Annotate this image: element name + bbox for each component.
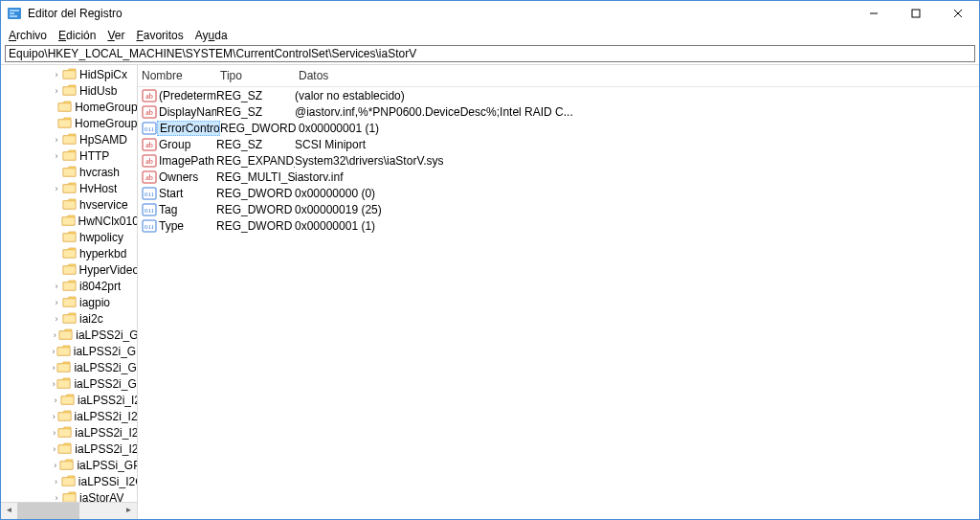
chevron-icon[interactable]: › [51,477,61,486]
tree-item[interactable]: ›iaLPSS2i_GPIO2_GLK [1,375,137,392]
svg-text:011: 011 [145,223,155,231]
address-input[interactable] [5,45,975,62]
tree-item-label: HvHost [79,182,117,195]
tree-item[interactable]: ›i8042prt [1,278,137,294]
svg-text:ab: ab [145,157,153,166]
scroll-thumb[interactable] [17,503,79,519]
titlebar[interactable]: Editor del Registro [1,1,979,26]
svg-text:011: 011 [145,191,155,198]
tree-item-label: hvcrash [79,166,120,179]
value-row[interactable]: 011TagREG_DWORD0x00000019 (25) [138,201,979,217]
value-type: REG_DWORD [216,219,295,233]
tree-item-label: iaLPSS2i_I2C_CNL [75,426,137,440]
tree-item-label: HpSAMD [79,133,127,147]
chevron-icon[interactable]: › [51,184,62,193]
chevron-icon[interactable]: › [51,282,62,291]
list-header: Nombre Tipo Datos [138,65,979,87]
value-row[interactable]: abGroupREG_SZSCSI Miniport [138,136,979,152]
value-data: 0x00000000 (0) [295,187,979,200]
chevron-icon[interactable]: › [51,314,62,324]
tree-item-label: iaLPSS2i_GPIO2 [76,328,137,342]
tree-item[interactable]: ›iaStorAV [1,489,137,502]
tree-item[interactable]: ›iai2c [1,310,137,327]
chevron-icon[interactable]: › [51,493,62,503]
chevron-icon[interactable]: › [51,86,62,96]
tree-item-label: iaLPSSi_I2C [78,475,137,488]
tree-scroll[interactable]: ›HidSpiCx›HidUsbHomeGroupListenerHomeGro… [1,65,137,502]
tree-item[interactable]: HwNClx0101 [1,213,137,229]
list-body[interactable]: ab(Predeterminado)REG_SZ(valor no establ… [138,87,979,519]
tree-item[interactable]: ›iaLPSS2i_GPIO2_CNL [1,359,137,375]
value-row[interactable]: abDisplayNameREG_SZ@iastorv.inf,%*PNP060… [138,103,979,120]
svg-rect-3 [10,15,17,17]
tree-item-label: hwpolicy [79,231,123,244]
chevron-icon[interactable]: › [51,135,62,145]
tree-item-label: iaLPSS2i_I2C_GLK [75,442,137,456]
tree-item-label: iaLPSS2i_I2C [78,394,137,407]
value-row[interactable]: abImagePathREG_EXPAND_SZSystem32\drivers… [138,152,979,169]
chevron-icon[interactable]: › [51,70,62,79]
maximize-button[interactable] [895,1,937,26]
menu-ayuda[interactable]: Ayuda [189,28,234,43]
tree-item[interactable]: hwpolicy [1,229,137,245]
tree-item[interactable]: ›HTTP [1,147,137,164]
tree: ›HidSpiCx›HidUsbHomeGroupListenerHomeGro… [1,65,137,502]
tree-item[interactable]: ›iaLPSS2i_GPIO2 [1,327,137,343]
tree-hscrollbar[interactable]: ◄ ► [1,502,137,519]
value-row[interactable]: abOwnersREG_MULTI_SZiastorv.inf [138,169,979,185]
tree-item[interactable]: ›HidUsb [1,82,137,99]
tree-item[interactable]: ›iaLPSS2i_I2C [1,392,137,408]
value-row[interactable]: 011StartREG_DWORD0x00000000 (0) [138,185,979,201]
menu-edicion[interactable]: Edición [53,28,101,43]
tree-item[interactable]: hvservice [1,196,137,213]
tree-item[interactable]: ›iaLPSSi_GPIO [1,457,137,473]
tree-item[interactable]: ›iagpio [1,294,137,310]
svg-rect-5 [912,10,920,17]
tree-item[interactable]: hvcrash [1,164,137,180]
chevron-icon[interactable]: › [51,396,60,405]
value-name: Group [159,138,216,151]
tree-item-label: iaLPSS2i_I2C_BXT_P [75,410,137,423]
tree-item[interactable]: hyperkbd [1,245,137,261]
col-header-data[interactable]: Datos [299,69,979,82]
chevron-icon[interactable]: › [51,461,59,470]
col-header-name[interactable]: Nombre [138,69,220,82]
tree-item-label: iaStorAV [79,491,123,503]
tree-item[interactable]: ›HpSAMD [1,131,137,147]
value-type: REG_EXPAND_SZ [216,154,295,168]
menu-favoritos[interactable]: Favoritos [130,28,189,43]
tree-item[interactable]: HyperVideo [1,261,137,278]
scroll-right-arrow[interactable]: ► [121,503,137,519]
close-button[interactable] [937,1,979,26]
tree-item[interactable]: HomeGroupProvider [1,115,137,131]
tree-item[interactable]: HomeGroupListener [1,99,137,115]
tree-item-label: HomeGroupProvider [75,117,137,130]
chevron-icon[interactable]: › [51,151,62,161]
value-type: REG_SZ [216,89,295,102]
chevron-icon[interactable]: › [51,330,58,340]
chevron-icon[interactable]: › [51,428,57,438]
minimize-button[interactable] [853,1,895,26]
value-row[interactable]: 011TypeREG_DWORD0x00000001 (1) [138,217,979,234]
value-type: REG_MULTI_SZ [216,170,295,184]
tree-item[interactable]: ›HvHost [1,180,137,196]
tree-item[interactable]: ›HidSpiCx [1,66,137,82]
tree-item[interactable]: ›iaLPSSi_I2C [1,473,137,489]
menu-archivo[interactable]: Archivo [3,28,53,43]
tree-item[interactable]: ›iaLPSS2i_I2C_BXT_P [1,408,137,424]
value-data: 0x00000001 (1) [295,219,979,233]
chevron-icon[interactable]: › [51,444,57,454]
scroll-left-arrow[interactable]: ◄ [1,503,17,519]
tree-item[interactable]: ›iaLPSS2i_GPIO2_BXT_P [1,343,137,359]
value-row[interactable]: 011ErrorControlREG_DWORD0x00000001 (1) [138,120,979,136]
value-row[interactable]: ab(Predeterminado)REG_SZ(valor no establ… [138,87,979,103]
tree-item[interactable]: ›iaLPSS2i_I2C_CNL [1,424,137,441]
menu-ver[interactable]: Ver [101,28,130,43]
tree-item-label: iai2c [79,312,103,326]
tree-item[interactable]: ›iaLPSS2i_I2C_GLK [1,441,137,457]
chevron-icon[interactable]: › [51,298,62,307]
value-name: ErrorControl [157,121,220,136]
scroll-track[interactable] [17,503,121,519]
col-header-type[interactable]: Tipo [220,69,299,82]
chevron-icon[interactable]: › [51,412,57,421]
